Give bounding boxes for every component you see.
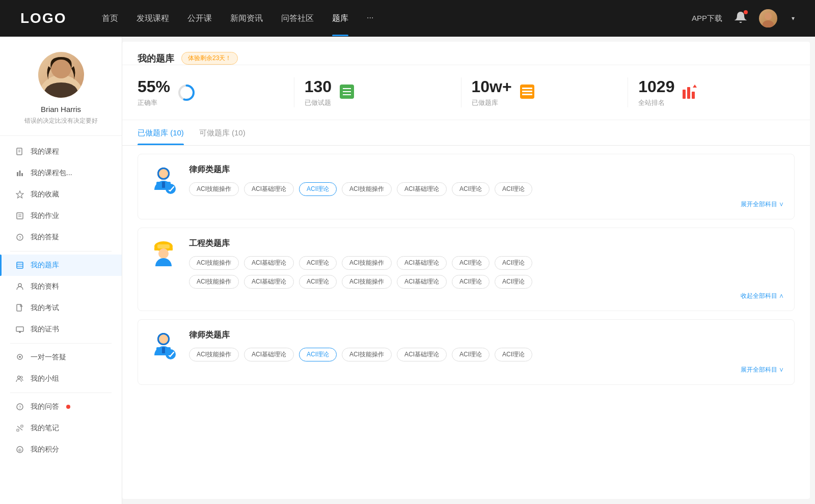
qbank-tag[interactable]: ACI技能操作 (189, 348, 239, 361)
qbank-tag[interactable]: ACI理论 (495, 275, 532, 289)
qbank-tag[interactable]: ACI理论 (495, 256, 532, 270)
sidebar-item-我的积分[interactable]: ⊕我的积分 (0, 439, 122, 460)
sidebar-item-我的考试[interactable]: 我的考试 (0, 297, 122, 319)
sidebar-item-我的小组[interactable]: 我的小组 (0, 368, 122, 389)
stat-item-3: 1029全站排名 (638, 77, 795, 107)
nav-menu-item[interactable]: 首页 (102, 13, 118, 24)
qbank-tag[interactable]: ACI技能操作 (342, 182, 392, 196)
qbank-tag[interactable]: ACI技能操作 (342, 256, 392, 270)
file-icon (15, 147, 24, 156)
qbank-tag[interactable]: ACI理论 (299, 256, 337, 270)
nav-menu-item[interactable]: 问答社区 (281, 13, 314, 24)
qbank-expand-button[interactable]: 展开全部科目 ∨ (189, 200, 784, 209)
sidebar-item-我的收藏[interactable]: 我的收藏 (0, 184, 122, 205)
nav-menu-item[interactable]: 公开课 (187, 13, 212, 24)
qbank-tag[interactable]: ACI基础理论 (244, 348, 294, 361)
svg-rect-8 (19, 171, 21, 176)
tab-item[interactable]: 已做题库 (10) (138, 128, 184, 145)
qbank-title: 律师类题库 (189, 164, 784, 175)
svg-marker-48 (693, 85, 697, 88)
qbank-tag[interactable]: ACI基础理论 (244, 182, 294, 196)
question-icon: ? (15, 233, 24, 242)
sidebar-menu: 我的课程我的课程包...我的收藏我的作业?我的答疑我的题库我的资料我的考试我的证… (0, 136, 122, 465)
sidebar-item-我的笔记[interactable]: 我的笔记 (0, 417, 122, 439)
qbank-tag[interactable]: ACI理论 (299, 348, 337, 361)
sidebar-item-一对一答疑[interactable]: 一对一答疑 (0, 347, 122, 368)
nav-menu: 首页发现课程公开课新闻资讯问答社区题库··· (102, 13, 692, 24)
qbank-tag[interactable]: ACI理论 (495, 182, 532, 196)
sidebar-item-label: 我的积分 (31, 445, 59, 454)
notification-bell[interactable] (735, 11, 747, 25)
app-download-link[interactable]: APP下载 (692, 14, 722, 23)
stats-row: 55%正确率130已做试题10w+已做题库1029全站排名 (122, 65, 810, 120)
qbank-tag[interactable]: ACI技能操作 (342, 275, 392, 289)
qbank-tag[interactable]: ACI技能操作 (342, 348, 392, 361)
group-icon (15, 374, 24, 383)
qbank-tag[interactable]: ACI基础理论 (397, 256, 447, 270)
qbank-tag[interactable]: ACI理论 (452, 348, 490, 361)
rank-icon (682, 83, 700, 102)
profile-icon (15, 282, 24, 291)
svg-text:?: ? (18, 235, 21, 240)
tab-item[interactable]: 可做题库 (10) (199, 128, 246, 145)
notification-dot (744, 10, 748, 14)
svg-rect-32 (17, 429, 19, 431)
qbank-title: 律师类题库 (189, 330, 784, 341)
points-icon: ⊕ (15, 445, 24, 454)
profile-dropdown-arrow[interactable]: ▾ (792, 15, 795, 22)
qbank-tag[interactable]: ACI基础理论 (397, 348, 447, 361)
nav-right: APP下载 ▾ (692, 9, 795, 27)
sidebar-item-我的作业[interactable]: 我的作业 (0, 205, 122, 227)
qbank-tag[interactable]: ACI技能操作 (189, 275, 239, 289)
stat-item-2: 10w+已做题库 (472, 77, 629, 107)
logo[interactable]: LOGO (20, 10, 71, 26)
sidebar-item-我的证书[interactable]: 我的证书 (0, 319, 122, 340)
qbank-tag[interactable]: ACI理论 (452, 275, 490, 289)
sidebar-item-我的答疑[interactable]: ?我的答疑 (0, 227, 122, 248)
qbank-tag[interactable]: ACI基础理论 (244, 256, 294, 270)
qbank-tag[interactable]: ACI基础理论 (397, 182, 447, 196)
qbank-tag[interactable]: ACI理论 (452, 182, 490, 196)
stat-value: 55% (138, 77, 170, 96)
svg-rect-46 (687, 87, 690, 99)
qbank-tag[interactable]: ACI技能操作 (189, 182, 239, 196)
qbank-expand-button[interactable]: 收起全部科目 ∧ (189, 292, 784, 300)
sidebar-item-我的资料[interactable]: 我的资料 (0, 276, 122, 297)
sidebar-avatar[interactable] (38, 52, 84, 98)
qbank-content: 律师类题库ACI技能操作ACI基础理论ACI理论ACI技能操作ACI基础理论AC… (189, 330, 784, 374)
stat-label: 全站排名 (638, 98, 674, 107)
nav-menu-item[interactable]: ··· (367, 13, 373, 24)
qbank-tag[interactable]: ACI理论 (299, 275, 337, 289)
qbank-content: 工程类题库ACI技能操作ACI基础理论ACI理论ACI技能操作ACI基础理论AC… (189, 238, 784, 300)
svg-point-58 (158, 248, 169, 259)
svg-rect-57 (157, 244, 170, 248)
note-icon (15, 424, 24, 433)
sidebar-item-label: 一对一答疑 (31, 353, 66, 362)
sidebar-item-我的题库[interactable]: 我的题库 (0, 255, 122, 276)
avatar[interactable] (759, 9, 777, 27)
stat-label: 正确率 (138, 98, 170, 107)
qbank-tag[interactable]: ACI基础理论 (397, 275, 447, 289)
top-navigation: LOGO 首页发现课程公开课新闻资讯问答社区题库··· APP下载 ▾ (0, 0, 815, 37)
nav-menu-item[interactable]: 题库 (332, 13, 348, 24)
sidebar-item-我的课程[interactable]: 我的课程 (0, 141, 122, 162)
qbank-tag[interactable]: ACI理论 (299, 182, 337, 196)
cert-icon (15, 325, 24, 334)
main-content: 我的题库 体验剩余23天！ 55%正确率130已做试题10w+已做题库1029全… (122, 42, 810, 499)
qbank-tag[interactable]: ACI理论 (452, 256, 490, 270)
qbank-tag[interactable]: ACI理论 (495, 348, 532, 361)
qbank-expand-button[interactable]: 展开全部科目 ∨ (189, 366, 784, 374)
stat-item-0: 55%正确率 (138, 77, 294, 107)
sidebar: Brian Harris 错误的决定比没有决定要好 我的课程我的课程包...我的… (0, 37, 122, 504)
chart-icon (15, 169, 24, 178)
stat-value: 1029 (638, 77, 674, 96)
page-title: 我的题库 (138, 52, 174, 65)
qbank-tag[interactable]: ACI技能操作 (189, 256, 239, 270)
svg-rect-16 (17, 262, 23, 268)
qbank-tags: ACI技能操作ACI基础理论ACI理论ACI技能操作ACI基础理论ACI理论AC… (189, 182, 784, 196)
sidebar-item-我的课程包...[interactable]: 我的课程包... (0, 162, 122, 184)
qbank-tag[interactable]: ACI基础理论 (244, 275, 294, 289)
nav-menu-item[interactable]: 新闻资讯 (230, 13, 263, 24)
nav-menu-item[interactable]: 发现课程 (137, 13, 169, 24)
sidebar-item-我的问答[interactable]: ?我的问答 (0, 396, 122, 417)
